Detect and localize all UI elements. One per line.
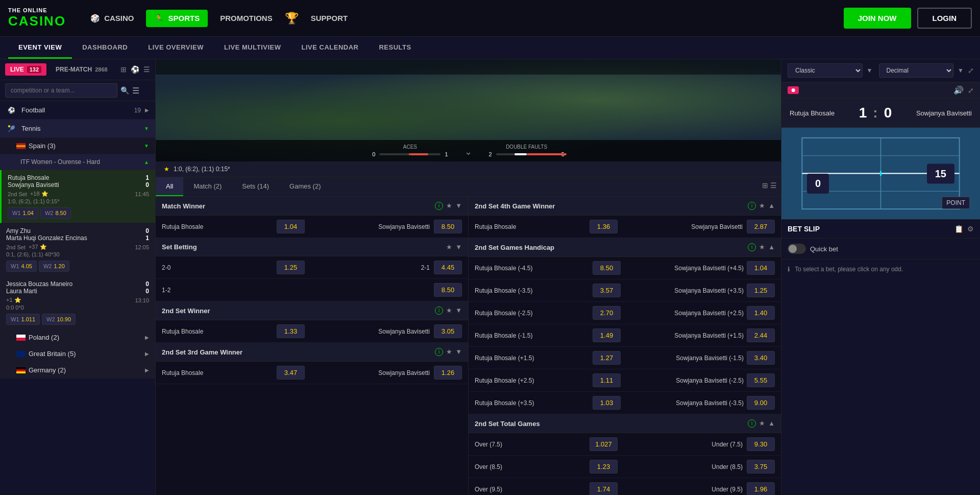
2sgh-o14[interactable]: 9.00 (747, 396, 775, 410)
quick-bet-toggle[interactable] (788, 244, 806, 254)
2sgh-o11[interactable]: 1.11 (593, 373, 621, 387)
search-button[interactable]: 🔍 (120, 86, 129, 95)
star-icon-7[interactable]: ★ (759, 419, 765, 428)
sb-odd2[interactable]: 4.45 (434, 261, 462, 274)
tab-sets[interactable]: Sets (14) (232, 177, 279, 196)
2s4gw-odd1[interactable]: 1.36 (590, 220, 618, 233)
country-great-britain[interactable]: Great Britain (5) ▶ (0, 346, 155, 362)
w1-odd-2[interactable]: W1 4.05 (6, 261, 37, 272)
grid-view-icon-2[interactable]: ⊞ (762, 181, 768, 192)
prematch-button[interactable]: PRE-MATCH 2868 (51, 63, 113, 76)
2sgh-o5[interactable]: 2.70 (593, 306, 621, 320)
2stg-o2[interactable]: 9.30 (747, 437, 775, 451)
sb-odd1[interactable]: 1.25 (277, 261, 305, 274)
sidebar-item-football[interactable]: ⚽ Football 19 ▶ (0, 101, 155, 120)
tab-match[interactable]: Match (2) (183, 177, 232, 196)
country-poland[interactable]: Poland (2) ▶ (0, 329, 155, 346)
collapse-icon-7[interactable]: ▲ (768, 419, 775, 428)
league-header[interactable]: ITF Women - Ourense - Hard ▲ (0, 154, 155, 170)
2s3gw-odd2[interactable]: 1.26 (434, 366, 462, 380)
video-chevron[interactable]: ⌄ (464, 146, 472, 157)
audio-icon[interactable]: 🔊 (953, 85, 964, 95)
2s4gw-odd2[interactable]: 2.87 (747, 220, 775, 233)
2sgh-o2[interactable]: 1.04 (747, 261, 775, 275)
2sgh-o8[interactable]: 2.44 (747, 328, 775, 342)
star-icon-2[interactable]: ★ (446, 243, 452, 251)
2stg-o1[interactable]: 1.027 (590, 437, 618, 451)
2stg-o4[interactable]: 3.75 (747, 460, 775, 474)
odds-type-select[interactable]: Decimal (879, 63, 954, 78)
w2-odd-1[interactable]: W2 8.50 (40, 207, 71, 219)
expand-icon[interactable]: ⤢ (968, 66, 974, 75)
login-button[interactable]: LOGIN (917, 8, 972, 29)
2sgh-o10[interactable]: 3.40 (747, 351, 775, 365)
grid-view-icon[interactable]: ⊞ (120, 65, 127, 74)
2sgh-o13[interactable]: 1.03 (593, 396, 621, 410)
nav-promotions[interactable]: PROMOTIONS (212, 10, 281, 27)
bet-slip-history-icon[interactable]: 📋 (954, 225, 963, 233)
2sgh-o6[interactable]: 1.40 (747, 306, 775, 320)
country-spain[interactable]: Spain (3) ▼ (0, 138, 155, 154)
2stg-o6[interactable]: 1.96 (747, 482, 775, 495)
match-item-3[interactable]: Jessica Bouzas Maneiro 0 Laura Marti 0 +… (0, 276, 155, 329)
nav-casino[interactable]: 🎲 CASINO (82, 10, 142, 27)
country-germany[interactable]: Germany (2) ▶ (0, 362, 155, 379)
collapse-icon-5[interactable]: ▲ (768, 202, 775, 210)
list-view-icon[interactable]: ☰ (143, 65, 150, 74)
2sgh-o9[interactable]: 1.27 (593, 351, 621, 365)
tab-all[interactable]: All (156, 177, 183, 196)
2sgh-o3[interactable]: 3.57 (593, 284, 621, 297)
2sw-odd1[interactable]: 1.33 (277, 324, 305, 338)
bet-slip-settings-icon[interactable]: ⚙ (967, 225, 974, 233)
match-item-1[interactable]: Rutuja Bhosale 1 Sowjanya Bavisetti 0 2n… (0, 170, 155, 223)
info-icon-6[interactable]: i (748, 243, 756, 251)
tab-results[interactable]: RESULTS (369, 37, 421, 59)
2stg-o3[interactable]: 1.23 (590, 460, 618, 474)
sidebar-item-tennis[interactable]: 🎾 Tennis ▼ (0, 120, 155, 138)
collapse-icon-2[interactable]: ▼ (455, 243, 462, 251)
tab-games[interactable]: Games (2) (279, 177, 331, 196)
filter-button[interactable]: ☰ (132, 86, 139, 96)
mw-odd2[interactable]: 8.50 (434, 220, 462, 233)
nav-support[interactable]: SUPPORT (303, 10, 356, 27)
w2-odd-2[interactable]: W2 1.20 (39, 261, 69, 272)
info-icon-3[interactable]: i (435, 307, 443, 315)
2sgh-o7[interactable]: 1.49 (593, 328, 621, 342)
2sgh-o4[interactable]: 1.25 (747, 284, 775, 297)
sport-view-icon[interactable]: ⚽ (131, 65, 139, 74)
star-icon-1[interactable]: ★ (446, 202, 452, 210)
trophy-icon[interactable]: 🏆 (285, 12, 299, 25)
2sw-odd2[interactable]: 3.05 (434, 324, 462, 338)
favorite-star[interactable]: ★ (164, 166, 169, 173)
info-icon-7[interactable]: i (748, 419, 756, 428)
collapse-icon-4[interactable]: ▼ (455, 348, 462, 356)
star-icon-3[interactable]: ★ (446, 307, 452, 315)
2stg-o5[interactable]: 1.74 (590, 482, 618, 495)
w1-odd-3[interactable]: W1 1.011 (6, 314, 40, 325)
tab-dashboard[interactable]: DASHBOARD (72, 37, 138, 59)
info-icon-4[interactable]: i (435, 348, 443, 356)
2sgh-o12[interactable]: 5.55 (747, 373, 775, 387)
tab-live-overview[interactable]: LIVE OVERVIEW (138, 37, 214, 59)
nav-sports[interactable]: 🏃 SPORTS (146, 10, 208, 27)
collapse-icon-6[interactable]: ▲ (768, 243, 775, 251)
star-icon-5[interactable]: ★ (759, 202, 765, 210)
info-icon-1[interactable]: i (435, 202, 443, 210)
w2-odd-3[interactable]: W2 10.90 (42, 314, 76, 325)
match-item-2[interactable]: Amy Zhu 0 Marta Huqi Gonzalez Encinas 1 … (0, 223, 155, 276)
collapse-icon-3[interactable]: ▼ (455, 307, 462, 315)
tab-live-calendar[interactable]: LIVE CALENDAR (291, 37, 369, 59)
w1-odd-1[interactable]: W1 1.04 (8, 207, 38, 219)
search-input[interactable] (5, 83, 117, 98)
list-view-icon-2[interactable]: ☰ (770, 181, 777, 192)
mw-odd1[interactable]: 1.04 (277, 220, 305, 233)
info-icon-5[interactable]: i (748, 202, 756, 210)
2sgh-o1[interactable]: 8.50 (593, 261, 621, 275)
sb-odd4[interactable]: 8.50 (434, 283, 462, 297)
join-now-button[interactable]: JOIN NOW (844, 8, 911, 29)
star-icon-4[interactable]: ★ (446, 348, 452, 356)
tab-event-view[interactable]: EVENT VIEW (8, 37, 72, 59)
2s3gw-odd1[interactable]: 3.47 (277, 366, 305, 380)
star-icon-6[interactable]: ★ (759, 243, 765, 251)
view-type-select[interactable]: Classic (788, 63, 863, 78)
